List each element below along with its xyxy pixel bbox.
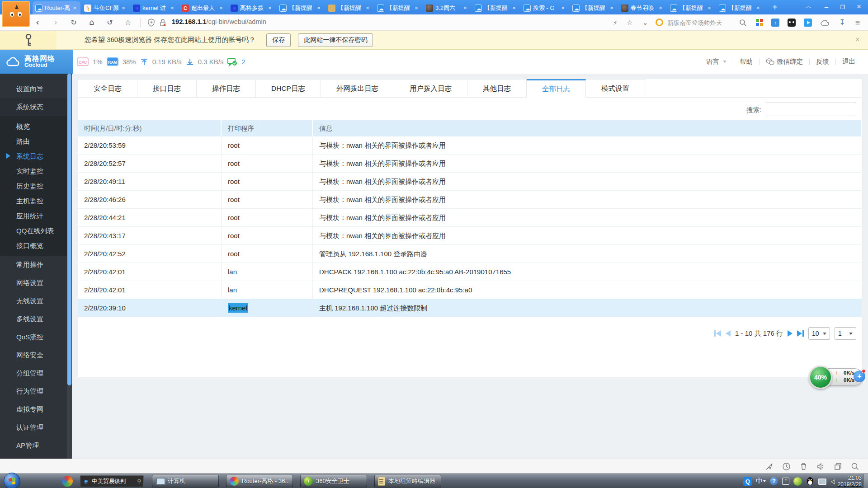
start-button[interactable] <box>4 473 20 488</box>
tab-close-icon[interactable] <box>413 5 420 11</box>
sidebar-item-network-security[interactable]: 网络安全 <box>0 346 67 364</box>
tab-close-icon[interactable] <box>462 5 468 11</box>
sidebar-item-app-stats[interactable]: 应用统计 <box>0 208 67 223</box>
browser-skin-icon[interactable] <box>801 0 816 14</box>
tab-close-icon[interactable] <box>120 5 127 11</box>
browser-tab[interactable]: Router-高格 <box>33 1 80 14</box>
shield-icon[interactable] <box>147 19 155 27</box>
tab-close-icon[interactable] <box>706 5 712 11</box>
address-bar[interactable]: 192.168.1.1/cgi-bin/webui/admin <box>172 18 266 25</box>
reload-icon[interactable] <box>67 14 80 30</box>
help-tray-icon[interactable] <box>770 477 778 485</box>
boost-rocket-icon[interactable] <box>765 462 774 471</box>
tab-close-icon[interactable] <box>609 5 615 11</box>
tab-close-icon[interactable] <box>267 5 273 11</box>
show-hidden-icons[interactable] <box>782 478 789 485</box>
browser-tab[interactable]: 【新提醒 <box>472 1 520 14</box>
video-play-icon[interactable] <box>804 19 812 27</box>
message-icon[interactable] <box>227 57 237 66</box>
favorites-star-icon[interactable] <box>624 18 636 28</box>
sidebar-item-qq-online[interactable]: QQ在线列表 <box>0 223 67 238</box>
browser-tab[interactable]: 高格多拨 <box>228 1 276 14</box>
memory-usage-ball[interactable]: 40% <box>809 366 832 389</box>
tab-mode-settings[interactable]: 模式设置 <box>586 79 645 97</box>
tab-close-icon[interactable] <box>71 5 78 11</box>
extension-lightning-icon[interactable] <box>609 18 621 28</box>
tab-close-icon[interactable] <box>657 5 664 11</box>
insecure-lock-icon[interactable] <box>159 19 167 27</box>
window-maximize-button[interactable] <box>835 0 850 14</box>
sidebar-item-vpn[interactable]: 虚拟专网 <box>0 400 67 418</box>
table-row[interactable]: 2/28/20:52:57root与模块：nwan 相关的界面被操作或者应用 <box>78 155 862 173</box>
browser-tab[interactable]: 【新提醒 <box>374 1 422 14</box>
network-tray-icon[interactable] <box>818 479 826 485</box>
sidebar-scrollbar[interactable] <box>67 74 72 459</box>
sidebar-item-multiline-settings[interactable]: 多线设置 <box>0 310 67 328</box>
sidebar-item-system-status[interactable]: 系统状态 <box>0 98 67 116</box>
tab-close-icon[interactable] <box>511 5 517 11</box>
new-tab-button[interactable] <box>769 1 781 14</box>
sidebar-item-ap-management[interactable]: AP管理 <box>0 436 67 455</box>
logout-link[interactable]: 退出 <box>836 57 862 66</box>
qq-input-icon[interactable] <box>743 477 752 486</box>
tab-security-log[interactable]: 安全日志 <box>78 79 137 97</box>
language-indicator[interactable]: 中 <box>756 477 766 485</box>
next-page-button[interactable] <box>788 330 793 337</box>
hot-search-suggestion[interactable]: 新版南帝登场帅炸天 <box>667 19 735 27</box>
never-save-button[interactable]: 此网站一律不保存密码 <box>298 33 373 47</box>
download-icon[interactable] <box>836 18 848 28</box>
browser-tab[interactable]: 【新提醒 <box>277 1 325 14</box>
sidebar-item-qos[interactable]: QoS流控 <box>0 328 67 346</box>
log-search-input[interactable] <box>766 103 856 116</box>
browser-tab[interactable]: 【新提醒 <box>667 1 715 14</box>
forward-icon[interactable] <box>49 14 62 30</box>
browser-tab[interactable]: kernel 进 <box>130 1 178 14</box>
sidebar-scrollbar-thumb[interactable] <box>67 74 71 385</box>
sidebar-item-network-settings[interactable]: 网络设置 <box>0 274 67 292</box>
home-icon[interactable] <box>85 14 99 30</box>
table-row-selected[interactable]: 2/28/20:39:10kernel主机 192.168.1.100 超过连接… <box>78 299 862 317</box>
sidebar-item-history-monitor[interactable]: 历史监控 <box>0 178 67 193</box>
table-row[interactable]: 2/28/20:53:59root与模块：nwan 相关的界面被操作或者应用 <box>78 136 862 155</box>
tab-other-log[interactable]: 其他日志 <box>467 79 527 97</box>
taskbar-button-computer[interactable]: 计算机 <box>152 475 219 488</box>
sidebar-item-wireless-settings[interactable]: 无线设置 <box>0 292 67 310</box>
table-row[interactable]: 2/28/20:49:11root与模块：nwan 相关的界面被操作或者应用 <box>78 173 862 191</box>
first-page-button[interactable] <box>714 330 721 337</box>
bookmark-star-icon[interactable] <box>121 14 135 30</box>
back-icon[interactable] <box>31 14 44 30</box>
sidebar-item-behavior-management[interactable]: 行为管理 <box>0 382 67 400</box>
page-search-icon[interactable] <box>851 462 860 471</box>
panda-extension-icon[interactable] <box>788 19 796 27</box>
history-clock-icon[interactable] <box>782 462 791 471</box>
taskbar-button-360-safe[interactable]: 360安全卫士 <box>300 475 367 488</box>
table-row[interactable]: 2/28/20:46:26root与模块：nwan 相关的界面被操作或者应用 <box>78 191 862 209</box>
cloud-sync-icon[interactable] <box>819 18 831 28</box>
tab-close-icon[interactable] <box>755 5 761 11</box>
browser-tab[interactable]: 春节召唤 <box>618 1 666 14</box>
browser-tab[interactable]: 【新提醒 <box>716 1 764 14</box>
search-icon[interactable] <box>737 18 749 28</box>
browser-tab[interactable]: 超出最大 <box>179 1 227 14</box>
trash-icon[interactable] <box>799 462 808 471</box>
notify-close-icon[interactable] <box>855 35 860 44</box>
tab-close-icon[interactable] <box>364 5 371 11</box>
dropdown-chevron-icon[interactable] <box>639 18 651 28</box>
tab-user-dialin-log[interactable]: 用户拨入日志 <box>394 79 467 97</box>
wechat-bind-link[interactable]: 微信绑定 <box>760 57 809 66</box>
mute-speaker-icon[interactable] <box>816 462 826 471</box>
sidebar-item-host-monitor[interactable]: 主机监控 <box>0 193 67 208</box>
browser-tab[interactable]: 3.2周六 <box>423 1 471 14</box>
tab-dhcp-log[interactable]: DHCP日志 <box>256 79 321 97</box>
table-row[interactable]: 2/28/20:42:01lanDHCPACK 192.168.1.100 ac… <box>78 263 862 281</box>
sidebar-item-interface-overview[interactable]: 接口概览 <box>0 238 67 253</box>
page-size-select[interactable]: 10 <box>808 327 830 340</box>
upload-box-icon[interactable] <box>771 19 779 27</box>
volume-tray-icon[interactable] <box>830 478 835 485</box>
undo-icon[interactable] <box>103 14 117 30</box>
browser-tab[interactable]: 【新提醒 <box>326 1 373 14</box>
apps-grid-icon[interactable] <box>756 19 763 26</box>
sidebar-item-group-management[interactable]: 分组管理 <box>0 364 67 382</box>
browser-mascot-avatar[interactable] <box>2 1 30 27</box>
tab-operation-log[interactable]: 操作日志 <box>197 79 256 97</box>
